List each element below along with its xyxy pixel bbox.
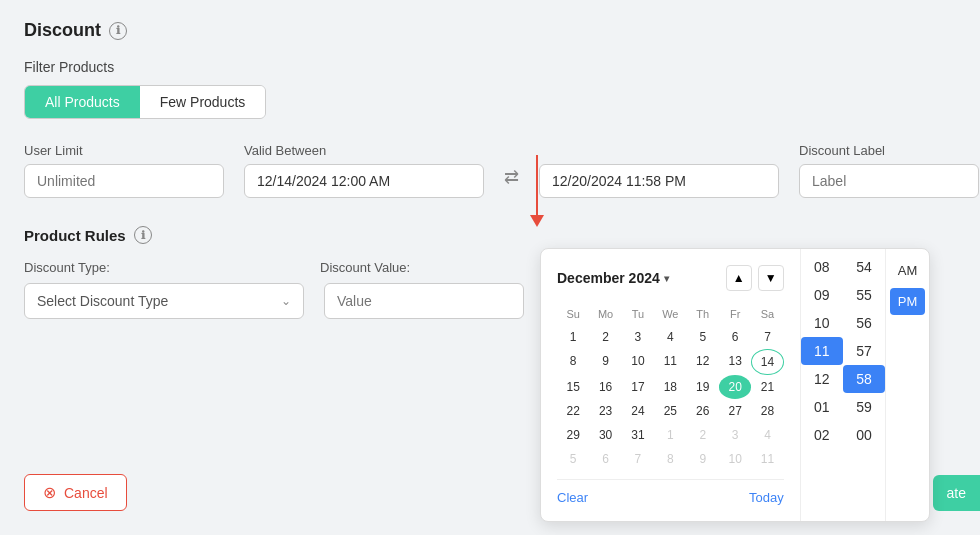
section-title: Discount ℹ: [24, 20, 956, 41]
cal-day-26[interactable]: 26: [687, 399, 719, 423]
cal-day-next-1[interactable]: 1: [654, 423, 686, 447]
calendar-week-5: 29 30 31 1 2 3 4: [557, 423, 784, 447]
cal-day-21[interactable]: 21: [751, 375, 783, 399]
filter-label: Filter Products: [24, 59, 956, 75]
valid-from-input[interactable]: [244, 164, 484, 198]
day-header-tu: Tu: [622, 303, 654, 325]
cal-day-7[interactable]: 7: [751, 325, 783, 349]
discount-label-group: Discount Label: [799, 143, 979, 198]
discount-value-label: Discount Value:: [320, 260, 410, 275]
cal-day-23[interactable]: 23: [589, 399, 621, 423]
cal-day-next-10[interactable]: 10: [719, 447, 751, 471]
cal-day-15[interactable]: 15: [557, 375, 589, 399]
time-columns: 08 09 10 11 12 01 02 54 55 56 57 58 59 0…: [801, 249, 929, 521]
min-59[interactable]: 59: [843, 393, 885, 421]
cal-day-30[interactable]: 30: [589, 423, 621, 447]
cal-day-13[interactable]: 13: [719, 349, 751, 375]
cal-day-24[interactable]: 24: [622, 399, 654, 423]
create-button[interactable]: ate: [933, 475, 980, 511]
info-icon[interactable]: ℹ: [109, 22, 127, 40]
hour-02[interactable]: 02: [801, 421, 843, 449]
calendar-week-2: 8 9 10 11 12 13 14: [557, 349, 784, 375]
product-rules-info-icon[interactable]: ℹ: [134, 226, 152, 244]
prev-month-btn[interactable]: ▲: [726, 265, 752, 291]
calendar-week-1: 1 2 3 4 5 6 7: [557, 325, 784, 349]
cal-day-2[interactable]: 2: [589, 325, 621, 349]
chevron-down-icon[interactable]: ▾: [664, 273, 669, 284]
pm-btn[interactable]: PM: [890, 288, 925, 315]
cal-day-29[interactable]: 29: [557, 423, 589, 447]
cal-day-14-today[interactable]: 14: [751, 349, 783, 375]
min-57[interactable]: 57: [843, 337, 885, 365]
clear-btn[interactable]: Clear: [557, 490, 588, 505]
cal-day-25[interactable]: 25: [654, 399, 686, 423]
min-55[interactable]: 55: [843, 281, 885, 309]
cal-day-next-5[interactable]: 5: [557, 447, 589, 471]
calendar-days-header: Su Mo Tu We Th Fr Sa: [557, 303, 784, 325]
cal-day-next-2[interactable]: 2: [687, 423, 719, 447]
discount-title: Discount: [24, 20, 101, 41]
cal-day-next-8[interactable]: 8: [654, 447, 686, 471]
valid-to-input[interactable]: [539, 164, 779, 198]
today-btn[interactable]: Today: [749, 490, 784, 505]
cal-day-next-11[interactable]: 11: [751, 447, 783, 471]
product-rules-label: Product Rules: [24, 227, 126, 244]
cal-day-next-9[interactable]: 9: [687, 447, 719, 471]
hour-10[interactable]: 10: [801, 309, 843, 337]
min-00[interactable]: 00: [843, 421, 885, 449]
hour-11-selected[interactable]: 11: [801, 337, 843, 365]
cal-day-9[interactable]: 9: [589, 349, 621, 375]
cal-day-11[interactable]: 11: [654, 349, 686, 375]
cal-day-20-selected[interactable]: 20: [719, 375, 751, 399]
cal-day-4[interactable]: 4: [654, 325, 686, 349]
min-54[interactable]: 54: [843, 253, 885, 281]
cal-day-8[interactable]: 8: [557, 349, 589, 375]
cal-day-next-7[interactable]: 7: [622, 447, 654, 471]
user-limit-label: User Limit: [24, 143, 224, 158]
discount-value-input[interactable]: [324, 283, 524, 319]
cal-day-next-3[interactable]: 3: [719, 423, 751, 447]
calendar-header: December 2024 ▾ ▲ ▼: [557, 265, 784, 291]
cal-day-12[interactable]: 12: [687, 349, 719, 375]
cal-day-1[interactable]: 1: [557, 325, 589, 349]
hour-09[interactable]: 09: [801, 281, 843, 309]
few-products-btn[interactable]: Few Products: [140, 86, 266, 118]
cal-day-next-4[interactable]: 4: [751, 423, 783, 447]
day-header-th: Th: [687, 303, 719, 325]
cal-day-18[interactable]: 18: [654, 375, 686, 399]
cal-day-16[interactable]: 16: [589, 375, 621, 399]
cal-day-28[interactable]: 28: [751, 399, 783, 423]
calendar-week-6: 5 6 7 8 9 10 11: [557, 447, 784, 471]
min-56[interactable]: 56: [843, 309, 885, 337]
min-58-selected[interactable]: 58: [843, 365, 885, 393]
discount-label-label: Discount Label: [799, 143, 979, 158]
hour-01[interactable]: 01: [801, 393, 843, 421]
cal-day-5[interactable]: 5: [687, 325, 719, 349]
cal-day-17[interactable]: 17: [622, 375, 654, 399]
all-products-btn[interactable]: All Products: [25, 86, 140, 118]
discount-label-input[interactable]: [799, 164, 979, 198]
user-limit-input[interactable]: [24, 164, 224, 198]
swap-icon[interactable]: ⇄: [504, 166, 519, 198]
cancel-label: Cancel: [64, 485, 108, 501]
hour-08[interactable]: 08: [801, 253, 843, 281]
cal-day-next-6[interactable]: 6: [589, 447, 621, 471]
cal-day-3[interactable]: 3: [622, 325, 654, 349]
discount-type-select[interactable]: Select Discount Type ⌄: [24, 283, 304, 319]
calendar-week-3: 15 16 17 18 19 20 21: [557, 375, 784, 399]
cal-day-22[interactable]: 22: [557, 399, 589, 423]
am-btn[interactable]: AM: [890, 257, 925, 284]
day-header-su: Su: [557, 303, 589, 325]
cancel-button[interactable]: ⊗ Cancel: [24, 474, 127, 511]
valid-between-group: Valid Between: [244, 143, 484, 198]
month-label: December 2024: [557, 270, 660, 286]
chevron-down-icon: ⌄: [281, 294, 291, 308]
cal-day-27[interactable]: 27: [719, 399, 751, 423]
hour-12[interactable]: 12: [801, 365, 843, 393]
cal-day-31[interactable]: 31: [622, 423, 654, 447]
cal-day-10[interactable]: 10: [622, 349, 654, 375]
day-header-we: We: [654, 303, 686, 325]
cal-day-19[interactable]: 19: [687, 375, 719, 399]
next-month-btn[interactable]: ▼: [758, 265, 784, 291]
cal-day-6[interactable]: 6: [719, 325, 751, 349]
